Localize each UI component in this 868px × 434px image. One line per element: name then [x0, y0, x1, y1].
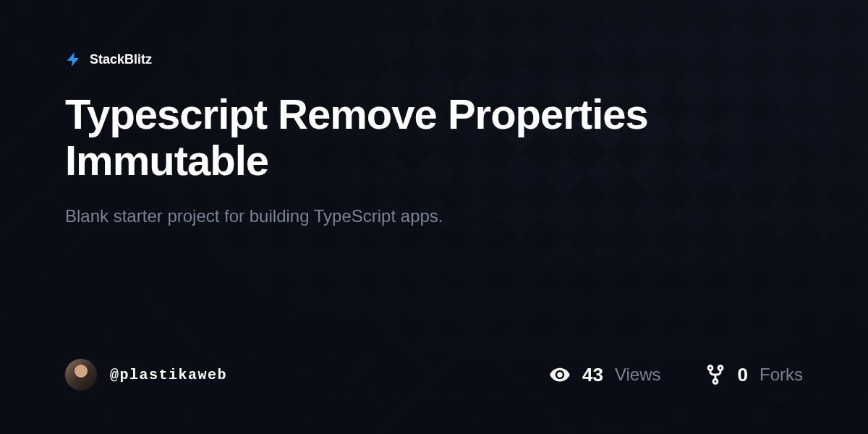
author-username: @plastikaweb	[110, 367, 227, 383]
forks-stat: 0 Forks	[705, 364, 803, 386]
views-label: Views	[615, 365, 661, 385]
fork-icon	[705, 364, 726, 386]
svg-point-2	[713, 379, 718, 383]
project-title: Typescript Remove Properties Immutable	[65, 91, 716, 184]
brand-name: StackBlitz	[90, 52, 152, 67]
avatar	[65, 359, 97, 391]
forks-label: Forks	[760, 365, 803, 385]
lightning-bolt-icon	[65, 51, 82, 68]
eye-icon	[549, 364, 571, 386]
author-info[interactable]: @plastikaweb	[65, 359, 227, 391]
svg-point-0	[708, 366, 712, 370]
views-count: 43	[582, 364, 603, 386]
forks-count: 0	[738, 364, 748, 386]
project-description: Blank starter project for building TypeS…	[65, 204, 803, 229]
main-container: StackBlitz Typescript Remove Properties …	[0, 0, 868, 434]
views-stat: 43 Views	[549, 364, 661, 386]
stats-group: 43 Views 0 Forks	[549, 364, 803, 386]
brand-header: StackBlitz	[65, 51, 803, 68]
svg-point-1	[718, 366, 723, 370]
footer-bar: @plastikaweb 43 Views	[65, 359, 803, 391]
